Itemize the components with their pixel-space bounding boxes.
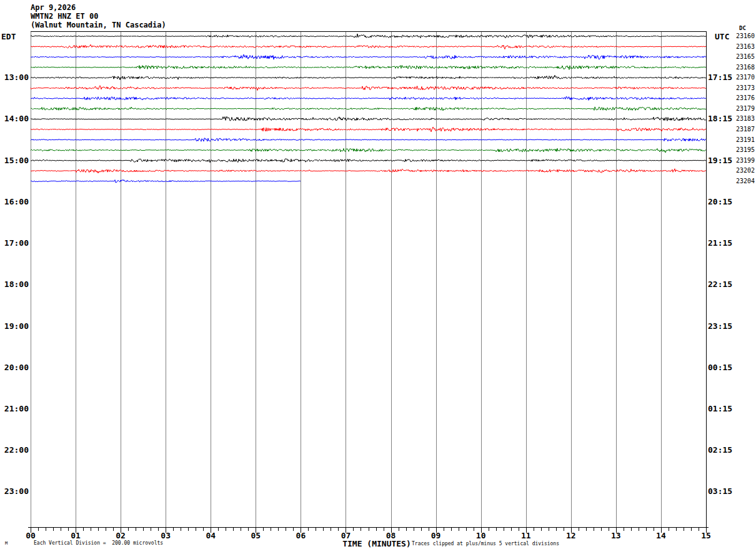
header-date: Apr 9,2026 — [31, 3, 76, 12]
left-hour-label: 18:00 — [0, 280, 29, 289]
left-hour-label: 13:00 — [0, 73, 29, 82]
x-tick-label: 02 — [112, 531, 129, 540]
header-station: WMTN2 HNZ ET 00 — [31, 12, 98, 21]
seismogram-trace — [31, 86, 706, 91]
seismogram-trace — [31, 148, 706, 153]
dc-value: 23165 — [735, 54, 755, 60]
left-timezone-label: EDT — [1, 32, 16, 41]
seismogram-trace — [31, 66, 706, 70]
x-tick-label: 13 — [607, 531, 625, 540]
left-hour-label: 17:00 — [0, 239, 29, 248]
dc-value: 23179 — [735, 106, 755, 112]
right-hour-label: 20:15 — [708, 198, 732, 206]
dc-value: 23163 — [735, 44, 755, 50]
corner-mark: M — [5, 541, 7, 546]
right-hour-label: 02:15 — [708, 446, 732, 455]
left-hour-label: 14:00 — [0, 114, 29, 123]
dc-value: 23168 — [735, 64, 755, 71]
right-hour-label: 03:15 — [708, 487, 732, 496]
clip-note: Traces clipped at plus/minus 5 vertical … — [412, 541, 559, 546]
dc-value: 23204 — [735, 178, 755, 184]
scale-note: Each Vertical Division = 200.00 microvol… — [34, 540, 163, 546]
x-tick-label: 01 — [67, 531, 84, 540]
dc-value: 23170 — [735, 74, 755, 81]
left-hour-label: 15:00 — [0, 156, 29, 165]
seismogram-trace — [31, 34, 706, 38]
seismogram-trace — [31, 54, 706, 59]
seismogram-trace — [31, 107, 706, 111]
dc-value: 23160 — [735, 33, 755, 39]
seismogram-trace — [31, 75, 706, 79]
right-hour-label: 23:15 — [708, 322, 732, 331]
dc-column-header: DC — [739, 25, 746, 31]
x-tick-label: 11 — [517, 531, 535, 540]
right-hour-label: 22:15 — [708, 280, 732, 289]
left-hour-label: 16:00 — [0, 198, 29, 206]
left-hour-label: 23:00 — [0, 487, 29, 496]
seismogram-trace — [31, 127, 706, 132]
x-tick-label: 12 — [562, 531, 580, 540]
x-tick-label: 05 — [247, 531, 264, 540]
left-hour-label: 21:00 — [0, 405, 29, 413]
dc-value: 23173 — [735, 85, 755, 91]
right-hour-label: 17:15 — [708, 73, 732, 82]
dc-value: 23191 — [735, 137, 755, 143]
dc-value: 23195 — [735, 147, 755, 153]
dc-value: 23176 — [735, 95, 755, 101]
right-hour-label: 00:15 — [708, 363, 732, 372]
x-tick-label: 03 — [157, 531, 174, 540]
seismogram-trace — [31, 179, 301, 183]
heliplot-canvas — [0, 0, 756, 554]
seismogram-trace — [31, 116, 706, 121]
seismogram-trace — [31, 169, 706, 173]
x-tick-label: 15 — [697, 531, 715, 540]
x-tick-label: 00 — [22, 531, 39, 540]
right-hour-label: 21:15 — [708, 239, 732, 248]
x-tick-label: 04 — [202, 531, 219, 540]
x-tick-label: 14 — [652, 531, 670, 540]
dc-value: 23187 — [735, 126, 755, 133]
header-location: (Walnut Mountain, TN Cascadia) — [31, 21, 166, 29]
seismogram-trace — [31, 159, 706, 163]
right-hour-label: 18:15 — [708, 114, 732, 123]
dc-value: 23202 — [735, 168, 755, 174]
right-hour-label: 19:15 — [708, 156, 732, 165]
right-timezone-label: UTC — [715, 32, 729, 41]
seismogram-trace — [31, 44, 706, 49]
seismogram-trace — [31, 97, 706, 101]
left-hour-label: 20:00 — [0, 363, 29, 372]
left-hour-label: 22:00 — [0, 446, 29, 455]
dc-value: 23199 — [735, 158, 755, 164]
x-tick-label: 06 — [292, 531, 309, 540]
seismogram-trace — [31, 138, 706, 141]
left-hour-label: 19:00 — [0, 322, 29, 331]
x-tick-label: 10 — [472, 531, 490, 540]
right-hour-label: 01:15 — [708, 405, 732, 413]
heliplot-screen: Apr 9,2026 WMTN2 HNZ ET 00 (Walnut Mount… — [0, 0, 756, 554]
dc-value: 23183 — [735, 116, 755, 122]
